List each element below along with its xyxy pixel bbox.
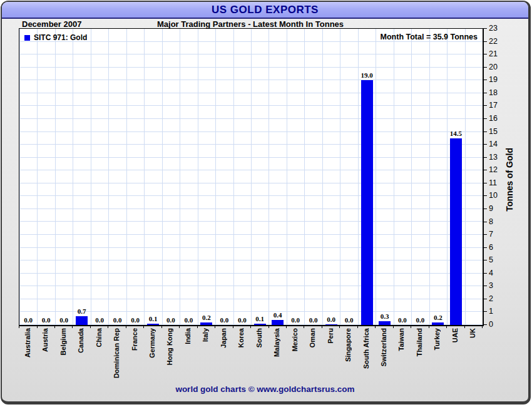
x-tick-label: UK bbox=[469, 328, 477, 338]
y-tick-label: 17 bbox=[489, 100, 498, 110]
x-tick-label: Hong Kong bbox=[166, 328, 174, 365]
x-tick-label: Mexico bbox=[291, 328, 299, 351]
y-tick-label: 6 bbox=[489, 242, 493, 252]
bar-value-label: 0.2 bbox=[202, 314, 211, 321]
x-tick-mark bbox=[269, 326, 269, 328]
y-tick-mark bbox=[483, 157, 487, 158]
x-tick-mark bbox=[126, 326, 126, 328]
bar-value-label: 0.0 bbox=[42, 316, 51, 324]
x-tick-label: Korea bbox=[237, 328, 245, 348]
x-tick-mark bbox=[143, 326, 144, 328]
chart-window: US GOLD EXPORTS December 2007 Major Trad… bbox=[1, 1, 531, 404]
x-tick-label: Oman bbox=[309, 328, 317, 348]
y-tick-mark bbox=[483, 247, 487, 248]
chart-title: US GOLD EXPORTS bbox=[2, 2, 528, 18]
bar-value-label: 0.0 bbox=[113, 316, 122, 324]
x-tick-label: Switzerland bbox=[380, 328, 388, 366]
x-tick-mark bbox=[322, 326, 322, 328]
y-tick-mark bbox=[483, 209, 487, 209]
x-tick-label: South bbox=[255, 328, 263, 348]
x-tick-label: Belgium bbox=[59, 328, 68, 355]
y-tick-mark bbox=[483, 222, 487, 222]
x-tick-mark bbox=[197, 326, 198, 328]
bar bbox=[76, 316, 88, 325]
bar-value-label: 0.0 bbox=[95, 316, 104, 324]
y-tick-mark bbox=[483, 80, 487, 80]
bar-value-label: 19.0 bbox=[361, 71, 372, 79]
x-tick-mark bbox=[233, 326, 233, 328]
legend: SITC 971: Gold bbox=[24, 33, 87, 42]
y-tick-label: 20 bbox=[489, 62, 498, 72]
y-tick-label: 14 bbox=[489, 139, 498, 149]
bar bbox=[432, 322, 444, 325]
bar bbox=[361, 80, 373, 325]
bar-value-label: 0.0 bbox=[416, 316, 425, 324]
x-tick-mark bbox=[108, 326, 108, 328]
x-tick-mark bbox=[375, 326, 376, 328]
bar-value-label: 14.5 bbox=[450, 130, 462, 137]
y-tick-mark bbox=[483, 144, 487, 145]
bar-value-label: 0.3 bbox=[381, 312, 389, 320]
y-tick-label: 0 bbox=[489, 319, 493, 329]
bar-value-label: 0.7 bbox=[78, 307, 86, 315]
y-tick-label: 21 bbox=[489, 49, 498, 59]
y-tick-label: 8 bbox=[489, 217, 493, 227]
y-tick-label: 5 bbox=[489, 255, 493, 265]
bar-value-label: 0.0 bbox=[220, 316, 228, 324]
x-tick-label: Austria bbox=[41, 328, 49, 352]
x-tick-label: India bbox=[184, 328, 192, 344]
y-tick-mark bbox=[483, 260, 487, 260]
x-tick-mark bbox=[286, 326, 287, 328]
y-tick-mark bbox=[483, 299, 487, 299]
x-tick-label: Germany bbox=[148, 328, 156, 358]
y-tick-label: 19 bbox=[489, 75, 498, 85]
bar-value-label: 0.0 bbox=[185, 316, 193, 324]
x-tick-label: Peru bbox=[327, 328, 335, 343]
footer-credit: world gold charts © www.goldchartsrus.co… bbox=[2, 384, 528, 394]
bar bbox=[379, 321, 391, 325]
bar-value-label: 0.1 bbox=[149, 315, 158, 322]
x-tick-mark bbox=[393, 326, 394, 328]
y-tick-mark bbox=[483, 311, 487, 312]
x-tick-mark bbox=[161, 326, 162, 328]
x-tick-mark bbox=[54, 326, 55, 328]
x-tick-label: Thailand bbox=[416, 328, 424, 356]
y-tick-mark bbox=[483, 28, 487, 29]
x-tick-label: Italy bbox=[202, 328, 210, 342]
bar bbox=[254, 324, 266, 325]
subtitle-row: December 2007 Major Trading Partners - L… bbox=[19, 19, 482, 29]
y-tick-label: 2 bbox=[489, 294, 493, 304]
plot-area: SITC 971: Gold Month Total = 35.9 Tonnes… bbox=[19, 28, 484, 326]
bar-value-label: 0.0 bbox=[24, 316, 33, 324]
x-tick-mark bbox=[357, 326, 358, 328]
y-tick-mark bbox=[483, 183, 487, 183]
bar-value-label: 0.0 bbox=[398, 316, 407, 324]
chart-titlebar: US GOLD EXPORTS bbox=[2, 2, 528, 19]
x-tick-mark bbox=[179, 326, 180, 328]
y-tick-label: 11 bbox=[489, 178, 497, 188]
y-tick-label: 18 bbox=[489, 88, 498, 98]
y-tick-label: 9 bbox=[489, 204, 493, 214]
bar-value-label: 0.0 bbox=[345, 316, 354, 324]
legend-swatch-icon bbox=[24, 35, 30, 41]
bar bbox=[147, 324, 159, 325]
bar-value-label: 0.0 bbox=[309, 316, 318, 324]
y-tick-label: 13 bbox=[489, 152, 498, 162]
y-tick-mark bbox=[483, 195, 487, 196]
bar-value-label: 0.0 bbox=[291, 316, 300, 324]
y-tick-mark bbox=[483, 324, 487, 325]
x-tick-label: UAE bbox=[451, 328, 459, 343]
x-tick-mark bbox=[250, 326, 251, 328]
x-tick-label: Japan bbox=[220, 328, 228, 348]
x-tick-label: South Africa bbox=[362, 328, 371, 369]
x-tick-label: Canada bbox=[77, 328, 85, 353]
y-tick-label: 3 bbox=[489, 281, 493, 291]
x-tick-mark bbox=[446, 326, 447, 328]
month-total-label: Month Total = 35.9 Tonnes bbox=[381, 33, 478, 41]
x-tick-mark bbox=[72, 326, 73, 328]
x-tick-mark bbox=[215, 326, 215, 328]
bar-value-label: 0.0 bbox=[59, 316, 68, 324]
y-tick-mark bbox=[483, 93, 487, 93]
bar bbox=[450, 138, 462, 325]
y-tick-mark bbox=[483, 234, 487, 235]
